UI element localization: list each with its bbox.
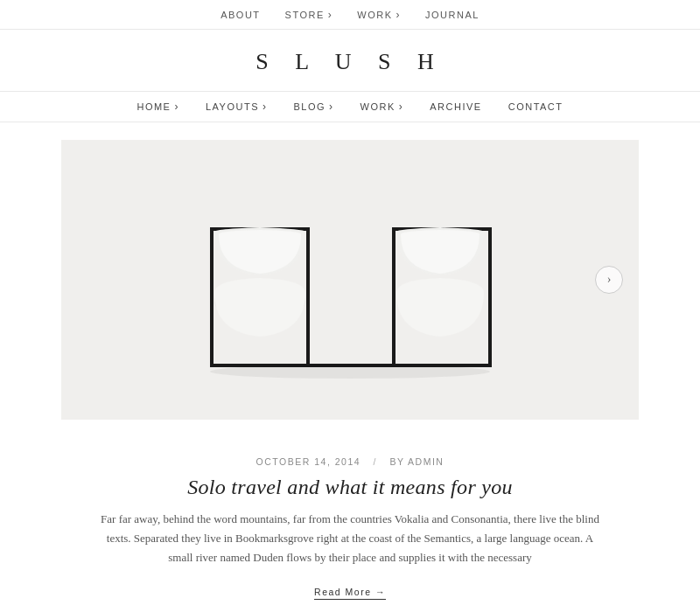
top-nav-work[interactable]: WORK [357,9,401,21]
site-logo[interactable]: S L U S H [0,49,700,75]
top-nav-journal[interactable]: JOURNAL [425,10,480,20]
main-nav-contact[interactable]: CONTACT [508,101,564,112]
hero-section: › [0,122,700,437]
logo-area: S L U S H [0,30,700,91]
top-nav-store[interactable]: STORE [285,9,333,21]
post-date: OCTOBER 14, 2014 [256,456,361,467]
main-nav-layouts[interactable]: LAYOUTS [206,101,268,113]
chair-illustration [61,140,639,420]
post-meta: OCTOBER 14, 2014 / BY ADMIN [0,456,700,467]
main-navigation: HOME LAYOUTS BLOG WORK ARCHIVE CONTACT [0,91,700,122]
svg-rect-14 [488,332,492,367]
svg-rect-4 [210,332,214,367]
post-title: Solo travel and what it means for you [0,476,700,499]
main-nav-blog[interactable]: BLOG [293,101,333,113]
hero-image: › [61,140,639,420]
read-more-link[interactable]: Read More [314,587,386,600]
svg-rect-7 [210,310,214,314]
top-nav-about[interactable]: ABOUT [220,10,260,20]
svg-rect-5 [306,332,310,367]
main-nav-home[interactable]: HOME [136,101,179,113]
svg-rect-8 [306,310,310,314]
main-nav-archive[interactable]: ARCHIVE [430,101,481,112]
post-excerpt: Far far away, behind the word mountains,… [96,510,604,567]
post-author: BY ADMIN [389,456,444,467]
main-nav-work[interactable]: WORK [360,101,404,113]
svg-rect-13 [392,332,396,367]
read-more-container: Read More [0,583,700,612]
meta-divider: / [374,456,377,467]
svg-point-17 [210,365,490,379]
next-arrow-button[interactable]: › [595,266,623,294]
chevron-right-icon: › [607,273,612,287]
top-navigation: ABOUT STORE WORK JOURNAL [0,0,700,30]
